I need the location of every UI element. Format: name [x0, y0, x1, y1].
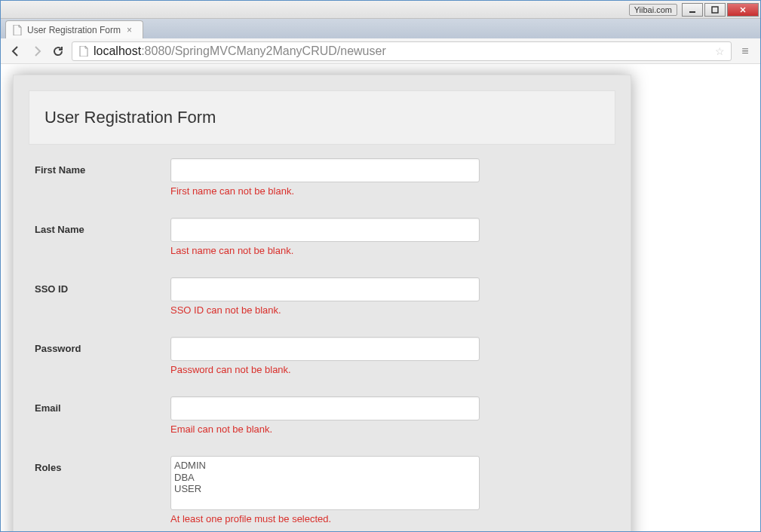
bookmark-star-icon[interactable]: ☆: [715, 45, 725, 57]
label-last-name: Last Name: [35, 218, 170, 235]
tab-title: User Registration Form: [27, 25, 121, 35]
page-content: User Registration Form First Name First …: [1, 64, 760, 531]
first-name-field[interactable]: [170, 158, 480, 182]
page-title: User Registration Form: [44, 108, 600, 127]
form-row-sso-id: SSO ID SSO ID can not be blank.: [35, 277, 615, 316]
error-password: Password can not be blank.: [170, 364, 480, 375]
role-option[interactable]: DBA: [174, 472, 476, 484]
password-field[interactable]: [170, 337, 480, 361]
browser-tab-strip: User Registration Form ×: [1, 19, 760, 38]
window-minimize-button[interactable]: [682, 3, 703, 17]
error-first-name: First name can not be blank.: [170, 185, 480, 197]
role-option[interactable]: ADMIN: [174, 460, 476, 472]
form-row-last-name: Last Name Last name can not be blank.: [35, 218, 615, 256]
role-option[interactable]: USER: [174, 483, 476, 495]
label-password: Password: [35, 337, 170, 354]
page-icon: [12, 25, 23, 35]
label-email: Email: [35, 396, 170, 414]
form-row-roles: Roles ADMINDBAUSER At least one profile …: [35, 456, 615, 524]
os-window-titlebar: Yiibai.com: [1, 1, 760, 19]
url-path: :8080/SpringMVCMany2ManyCRUD/newuser: [141, 44, 386, 58]
forward-button[interactable]: [29, 44, 44, 59]
form-row-password: Password Password can not be blank.: [35, 337, 615, 375]
address-bar[interactable]: localhost :8080/SpringMVCMany2ManyCRUD/n…: [72, 41, 732, 61]
roles-select[interactable]: ADMINDBAUSER: [170, 456, 480, 510]
sso-id-field[interactable]: [170, 277, 480, 301]
browser-nav-bar: localhost :8080/SpringMVCMany2ManyCRUD/n…: [1, 38, 760, 64]
tab-close-icon[interactable]: ×: [125, 25, 133, 35]
form-row-email: Email Email can not be blank.: [35, 396, 615, 435]
card-header: User Registration Form: [29, 90, 615, 145]
label-sso-id: SSO ID: [35, 277, 170, 295]
window-close-button[interactable]: [727, 3, 759, 17]
browser-tab[interactable]: User Registration Form ×: [5, 20, 143, 38]
browser-menu-button[interactable]: ≡: [738, 44, 753, 58]
page-icon: [78, 46, 89, 57]
error-sso-id: SSO ID can not be blank.: [170, 304, 480, 316]
form-card: User Registration Form First Name First …: [13, 75, 631, 531]
window-maximize-button[interactable]: [704, 3, 726, 17]
url-hostname: localhost: [94, 44, 141, 58]
email-field[interactable]: [170, 396, 480, 420]
back-button[interactable]: [8, 44, 23, 59]
last-name-field[interactable]: [170, 218, 480, 242]
watermark-tag: Yiibai.com: [629, 4, 677, 16]
label-roles: Roles: [35, 456, 170, 473]
label-first-name: First Name: [35, 158, 170, 176]
error-last-name: Last name can not be blank.: [170, 245, 480, 256]
browser-window: Yiibai.com User Registration Form ×: [0, 0, 761, 532]
svg-rect-1: [712, 7, 718, 13]
form-row-first-name: First Name First name can not be blank.: [35, 158, 615, 197]
error-email: Email can not be blank.: [170, 423, 480, 435]
error-roles: At least one profile must be selected.: [170, 513, 480, 524]
reload-button[interactable]: [51, 44, 66, 59]
